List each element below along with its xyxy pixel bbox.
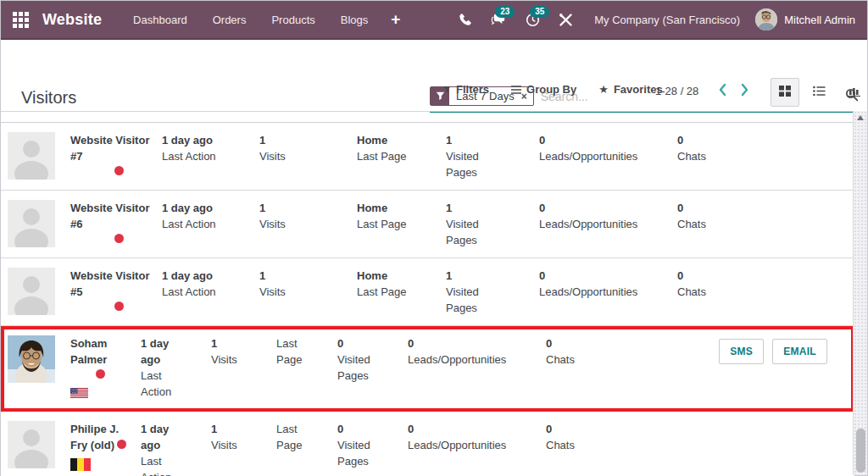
stat-cell: 1Visited Pages: [446, 132, 497, 180]
stat-label: Visits: [259, 148, 353, 164]
stat-value: 0: [546, 421, 593, 437]
stat-label: Leads/Opportunities: [539, 148, 675, 164]
visitor-name-text: Philipe J. Fry (old): [70, 423, 119, 451]
menu-products[interactable]: Products: [259, 3, 327, 37]
stat-label: Visits: [211, 351, 249, 368]
stat-cell: HomeLast Page: [357, 200, 442, 248]
odoo-website-visitors-page: Website Dashboard Orders Products Blogs …: [0, 0, 868, 476]
pager-next-icon[interactable]: [740, 82, 750, 101]
visitor-name: Website Visitor #7: [70, 132, 155, 178]
group-by-button[interactable]: Group By: [511, 83, 576, 96]
phone-icon[interactable]: [449, 8, 481, 31]
debug-tools-icon[interactable]: [549, 8, 582, 32]
pager-range: 1-28 / 28: [655, 85, 698, 97]
stat-cell: HomeLast Page: [357, 132, 442, 180]
stat-value: 1: [446, 200, 497, 216]
stat-cell: 1Visits: [211, 421, 249, 476]
view-list-icon[interactable]: [804, 78, 834, 107]
stat-cell: 1Visits: [259, 132, 353, 180]
stat-value: 1 day ago: [162, 132, 255, 148]
menu-dashboard[interactable]: Dashboard: [120, 3, 200, 37]
stat-value: Home: [357, 200, 442, 216]
stat-label: Chats: [677, 216, 754, 232]
stat-cell: 0Chats: [546, 335, 593, 400]
stat-value: 0: [677, 268, 754, 284]
visitor-name-text: Soham Palmer: [70, 337, 107, 366]
belgium-flag-icon: [70, 458, 134, 475]
stat-value: 1: [259, 132, 353, 148]
apps-grid-icon[interactable]: [13, 12, 29, 28]
visitor-name-text: Website Visitor #5: [70, 269, 149, 298]
app-brand[interactable]: Website: [42, 11, 102, 29]
vertical-scrollbar[interactable]: [853, 111, 867, 475]
messages-badge: 23: [495, 6, 515, 18]
stat-label: Visits: [211, 437, 249, 453]
stat-cell: 0Visited Pages: [337, 421, 384, 476]
scroll-up-icon[interactable]: [857, 115, 864, 120]
pager-previous-icon[interactable]: [717, 82, 727, 101]
stat-cell: 0Leads/Opportunities: [539, 268, 675, 316]
visitor-row[interactable]: Philipe J. Fry (old) 1 day agoLast Actio…: [1, 412, 854, 476]
visitor-avatar: [8, 268, 55, 315]
email-button[interactable]: EMAIL: [772, 339, 827, 364]
us-flag-icon: [70, 386, 134, 402]
stat-value: 1: [259, 200, 353, 216]
menu-orders[interactable]: Orders: [200, 3, 259, 37]
scrollbar-thumb[interactable]: [856, 429, 865, 473]
stat-cell: 0Chats: [546, 421, 593, 476]
visitor-row[interactable]: Website Visitor #5 1 day agoLast Action1…: [1, 258, 854, 326]
stat-cell: 1 day agoLast Action: [141, 421, 183, 476]
stat-cell: 0Chats: [677, 268, 754, 316]
user-menu[interactable]: Mitchell Admin: [755, 8, 855, 30]
visitor-row[interactable]: Website Visitor #7 1 day agoLast Action1…: [1, 123, 854, 191]
stat-label: Last Page: [357, 284, 442, 300]
online-status-dot: [117, 440, 126, 449]
stat-value: 1 day ago: [141, 421, 183, 453]
visitor-name: Website Visitor #5: [70, 268, 155, 313]
view-kanban-icon[interactable]: [771, 78, 799, 107]
stat-cell: 1Visits: [259, 200, 353, 248]
online-status-dot: [114, 234, 124, 243]
new-content-plus-icon[interactable]: +: [381, 3, 410, 36]
stat-cell: 1Visited Pages: [446, 268, 497, 316]
stat-cell: 0Chats: [677, 200, 754, 248]
view-graph-icon[interactable]: [839, 78, 868, 107]
visitor-avatar: [8, 421, 55, 468]
messages-icon[interactable]: 23: [481, 8, 516, 31]
stat-label: Last Page: [357, 148, 442, 164]
visitor-name-text: Website Visitor #7: [70, 134, 149, 163]
filters-button[interactable]: Filters: [443, 83, 489, 96]
stat-label: Visited Pages: [446, 284, 497, 316]
stat-label: Leads/Opportunities: [408, 351, 535, 368]
menu-blogs[interactable]: Blogs: [328, 3, 381, 37]
visitor-name: Website Visitor #6: [70, 200, 155, 246]
company-switcher[interactable]: My Company (San Francisco): [594, 14, 740, 26]
visitor-name: Soham Palmer: [70, 335, 134, 402]
stat-label: Chats: [677, 148, 754, 164]
favorites-button[interactable]: ★ Favorites: [598, 83, 662, 96]
stat-cell: 1 day agoLast Action: [141, 335, 183, 400]
stat-label: Last Page: [276, 335, 314, 368]
stat-label: Visited Pages: [337, 437, 384, 469]
stat-value: 0: [408, 335, 535, 351]
activities-clock-icon[interactable]: 35: [516, 8, 549, 32]
visitor-avatar: [8, 132, 55, 180]
stat-label: Visits: [259, 284, 353, 300]
stat-label: Last Action: [162, 216, 255, 232]
star-icon: ★: [598, 83, 609, 96]
online-status-dot: [114, 166, 124, 175]
clipped-row: [1, 112, 854, 123]
visitor-row[interactable]: Website Visitor #6 1 day agoLast Action1…: [1, 191, 854, 258]
stat-value: 1 day ago: [162, 268, 255, 284]
stat-cell: 0Leads/Opportunities: [539, 132, 675, 180]
user-name: Mitchell Admin: [784, 14, 855, 26]
sms-button[interactable]: SMS: [719, 339, 764, 364]
stat-value: 1: [259, 268, 353, 284]
visitor-avatar: [8, 200, 55, 247]
top-nav: Website Dashboard Orders Products Blogs …: [1, 1, 867, 40]
stat-label: Last Action: [141, 453, 183, 476]
stat-value: Home: [357, 268, 442, 284]
visitor-row[interactable]: Soham Palmer 1 day agoLast Action1Visits…: [1, 326, 854, 412]
stat-label: Visited Pages: [337, 351, 384, 384]
stat-cell: 1 day agoLast Action: [162, 200, 255, 248]
